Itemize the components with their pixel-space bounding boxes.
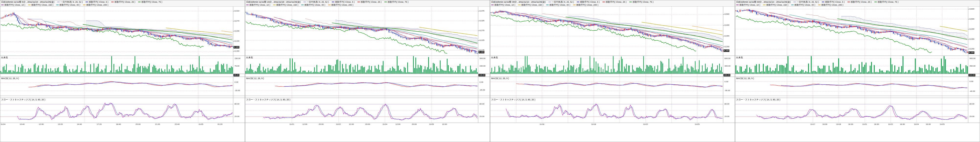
- stoch-tick-label: 20.00: [969, 115, 974, 118]
- legend-swatch-icon: [546, 5, 549, 5]
- last-price-badge: 8,165: [234, 46, 239, 48]
- legend-label: 移動平均( Close, 10 ): [740, 3, 760, 6]
- legend-item: 移動平均( Close, 40 ): [56, 3, 80, 6]
- time-axis-label: 11/24: [382, 123, 387, 125]
- legend-item: 移動平均( Close, 10 ): [736, 3, 760, 6]
- price-tick-label: 8,275: [479, 29, 484, 32]
- legend-swatch-icon: [491, 5, 494, 5]
- legend-item: 移動平均( Close, 5 ): [577, 0, 600, 3]
- legend-swatch-icon: [874, 2, 877, 2]
- stoch-tick-label: 80.00: [724, 103, 729, 105]
- time-axis-label: 11/25: [429, 123, 434, 125]
- chart-area[interactable]: 出来高 MACD( 12, 26, 9 ) スロー・ストキャスティクス( 14,…: [245, 6, 490, 142]
- chart-canvas[interactable]: [245, 6, 490, 142]
- legend-item: 一目均衡表( 9, 26, 52 ): [549, 0, 574, 3]
- chart-canvas[interactable]: [490, 6, 735, 142]
- legend-label: 移動平均( Close, 10 ): [495, 3, 515, 6]
- legend-label: 移動平均( Close, 40 ): [59, 3, 80, 6]
- price-tick-label: 8,270: [234, 20, 239, 22]
- time-axis-label: 12:00: [442, 123, 447, 125]
- legend-label: 移動平均( Close, 150 ): [276, 3, 298, 6]
- chart-area[interactable]: 出来高 MACD( 12, 26, 9 ) スロー・ストキャスティクス( 14,…: [0, 6, 245, 142]
- legend-label: 移動平均( Close, 75 ): [633, 0, 653, 3]
- volume-tick-label: 300.00: [479, 57, 485, 59]
- legend-swatch-icon: [573, 5, 576, 5]
- macd-tick-label: 0.00: [479, 81, 484, 83]
- legend-item: 移動平均( Close, 200 ): [83, 3, 108, 6]
- time-axis-label: 11/25: [199, 123, 203, 125]
- price-tick-label: 8,190: [234, 40, 239, 42]
- legend-label: 一目均衡表( 9, 26, 52 ): [60, 0, 83, 3]
- legend-label: 一目均衡表( 9, 26, 52 ): [552, 0, 574, 3]
- legend-label: 移動平均( Close, 25 ): [361, 0, 382, 3]
- volume-tick-label: 900.00: [969, 57, 975, 59]
- legend-swatch-icon: [1, 5, 4, 5]
- legend-item: 移動平均( Close, 5 ): [86, 0, 108, 3]
- legend-row-1: 一目均衡表( 9, 26, 52 )移動平均( Close, 5 )移動平均( …: [57, 0, 165, 3]
- stoch-section-label: スロー・ストキャスティクス( 14, 3, 80, 20 ): [736, 98, 780, 101]
- legend-swatch-icon: [111, 2, 114, 2]
- header-row-2: 移動平均( Close, 10 )移動平均( Close, 150 )移動平均(…: [491, 3, 734, 6]
- legend-swatch-icon: [328, 5, 331, 5]
- legend-swatch-icon: [603, 2, 605, 2]
- time-axis-label: 17:20: [97, 123, 102, 125]
- time-axis-label: 16:30: [874, 123, 879, 125]
- volume-section-label: 出来高: [491, 56, 498, 59]
- last-volume-badge: 410.00: [969, 74, 975, 77]
- legend-label: 移動平均( Close, 75 ): [388, 0, 408, 3]
- legend-label: 移動平均( Close, 200 ): [821, 3, 843, 6]
- legend-swatch-icon: [28, 5, 30, 5]
- price-tick-label: 8,400: [724, 24, 729, 26]
- stoch-tick-label: 20.00: [724, 115, 729, 118]
- volume-tick-label: 75.00: [234, 65, 239, 67]
- legend-swatch-icon: [86, 2, 88, 2]
- stoch-tick-label: 80.00: [234, 103, 239, 105]
- legend-swatch-icon: [549, 2, 551, 2]
- time-axis-label: 20:00: [136, 123, 141, 125]
- time-axis-label: 11/18: [591, 123, 596, 125]
- time-axis-label: 11/22: [643, 123, 648, 125]
- legend-swatch-icon: [736, 5, 739, 5]
- macd-tick-label: 0.00: [969, 80, 974, 83]
- time-axis-label: 20:00: [365, 123, 370, 125]
- legend-label: 移動平均( Close, 150 ): [521, 3, 543, 6]
- chart-area[interactable]: 出来高 MACD( 12, 26, 9 ) スロー・ストキャスティクス( 14,…: [490, 6, 735, 142]
- price-tick-label: 8,325: [479, 19, 484, 22]
- legend-label: 移動平均( Close, 5 ): [580, 0, 600, 3]
- last-volume-badge: 130.00: [479, 74, 485, 77]
- price-tick-label: 8,500: [724, 13, 729, 15]
- chart-workspace: 日経225mini 11/12限 5分 , 2011/11/24 - 2011/…: [0, 0, 980, 142]
- chart-canvas[interactable]: [735, 6, 980, 142]
- legend-label: 移動平均( Close, 200 ): [331, 3, 353, 6]
- legend-item: 移動平均( Close, 40 ): [791, 3, 815, 6]
- legend-swatch-icon: [518, 5, 520, 5]
- price-tick-label: 8,400: [969, 28, 974, 30]
- legend-swatch-icon: [246, 5, 249, 5]
- time-axis-label: 18:40: [116, 123, 121, 125]
- macd-tick-label: -40.00: [969, 90, 975, 92]
- price-tick-label: 8,200: [724, 46, 729, 48]
- legend-label: 移動平均( Close, 25 ): [606, 0, 627, 3]
- price-tick-label: 8,230: [234, 30, 239, 32]
- chart-panel-30min: 日経225mini 11/12限 30分 , 2011/11/14 - 2011…: [490, 0, 735, 142]
- legend-label: 移動平均( Close, 200 ): [576, 3, 598, 6]
- legend-row-2: 移動平均( Close, 10 )移動平均( Close, 150 )移動平均(…: [491, 3, 601, 6]
- legend-swatch-icon: [794, 2, 796, 2]
- stoch-section-label: スロー・ストキャスティクス( 14, 3, 80, 20 ): [1, 98, 45, 101]
- chart-area[interactable]: 出来高 MACD( 12, 26, 9 ) スロー・ストキャスティクス( 14,…: [735, 6, 980, 142]
- macd-tick-label: -15.00: [234, 89, 240, 92]
- legend-item: 移動平均( Close, 25 ): [358, 0, 382, 3]
- time-axis-label: 11/22: [336, 123, 340, 125]
- time-axis-label: 21:20: [155, 123, 160, 125]
- volume-section-label: 出来高: [1, 56, 8, 59]
- chart-canvas[interactable]: [0, 6, 245, 142]
- time-axis-label: 13:20: [58, 123, 63, 125]
- last-price-badge: 8,165: [969, 51, 974, 54]
- legend-swatch-icon: [332, 2, 334, 2]
- legend-label: 移動平均( Close, 75 ): [141, 0, 162, 3]
- header-row-1: 日経225mini 11/12限 60分 , 2011/11/14 - 2011…: [736, 0, 979, 3]
- price-tick-label: 8,225: [479, 39, 484, 41]
- panel-title: 日経225mini 11/12限 60分 , 2011/11/14 - 2011…: [736, 0, 791, 3]
- legend-swatch-icon: [138, 2, 141, 2]
- legend-swatch-icon: [83, 5, 86, 5]
